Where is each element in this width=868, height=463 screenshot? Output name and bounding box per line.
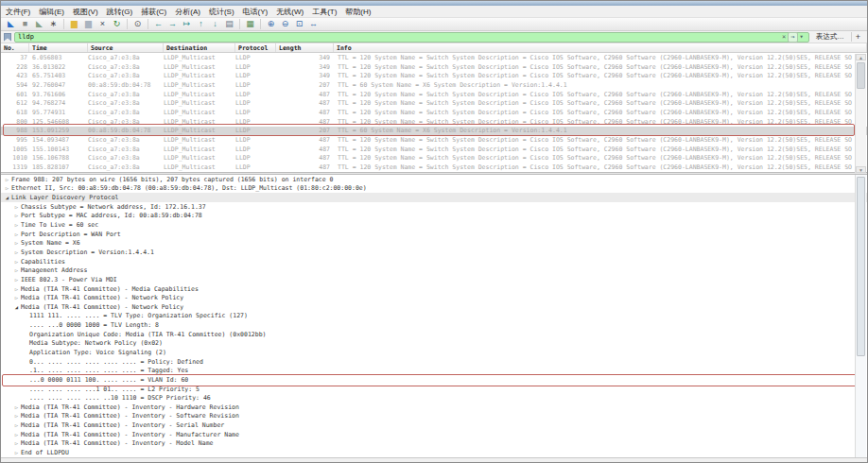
detail-tree-row[interactable]: ▷ Time To Live = 60 sec — [1, 220, 867, 230]
resize-columns-icon[interactable]: ↔ — [307, 18, 320, 30]
menu-item[interactable]: 工具(T) — [312, 7, 337, 17]
expression-button[interactable]: 表达式… — [812, 32, 848, 42]
tree-toggle-icon[interactable]: ▷ — [12, 450, 21, 455]
detail-tree-row[interactable]: ▷ Port Subtype = MAC address, Id: 00:a8:… — [1, 212, 867, 221]
zoom-out-icon[interactable]: ⊖ — [279, 18, 291, 30]
packet-row[interactable]: 228 36.013022 Cisco_a7:e3:8a LLDP_Multic… — [1, 62, 867, 72]
stop-capture-icon[interactable]: ■ — [19, 18, 31, 30]
menu-item[interactable]: 分析(A) — [175, 7, 200, 17]
detail-tree-row[interactable]: ▷ Media (TIA TR-41 Committee) - Inventor… — [1, 403, 867, 412]
zoom-reset-icon[interactable]: ⊡ — [293, 18, 305, 30]
detail-tree-row[interactable]: ▷ System Description = Version:1.4.4.1 — [1, 248, 867, 257]
close-file-icon[interactable]: × — [96, 18, 109, 30]
reload-file-icon[interactable]: ↻ — [111, 18, 123, 30]
menu-item[interactable]: 视图(V) — [73, 7, 98, 17]
restart-capture-icon[interactable]: ◣ — [33, 18, 45, 30]
add-filter-button[interactable]: + — [851, 32, 864, 42]
capture-options-icon[interactable]: ∗ — [47, 18, 60, 30]
detail-tree-row[interactable]: ▷ Management Address — [1, 266, 867, 275]
menu-item[interactable]: 跳转(G) — [107, 7, 133, 17]
tree-toggle-icon[interactable]: ▷ — [12, 249, 21, 255]
go-back-icon[interactable]: ← — [152, 18, 165, 30]
detail-tree-row[interactable]: .1.. .... .... .... .... .... = Tagged: … — [1, 366, 867, 375]
detail-tree-row[interactable]: .... ...0 0000 1000 = TLV Length: 8 — [1, 320, 867, 330]
detail-tree-row[interactable]: 1111 111. .... .... = TLV Type: Organiza… — [1, 312, 867, 321]
packet-list-scroll-thumb[interactable] — [857, 62, 865, 89]
start-capture-icon[interactable]: ◣ — [5, 18, 17, 30]
go-to-top-icon[interactable]: ↑ — [195, 18, 207, 30]
filter-apply-icon[interactable]: → — [788, 32, 797, 43]
packet-row[interactable]: 37 6.056803 Cisco_a7:e3:8a LLDP_Multicas… — [1, 53, 867, 62]
detail-tree-row[interactable]: ▷ Capabilities — [1, 257, 867, 266]
detail-tree-row[interactable]: ▷ Chassis Subtype = Network address, Id:… — [1, 202, 867, 212]
detail-tree-row[interactable]: ▷ IEEE 802.3 - Power Via MDI — [1, 275, 867, 284]
tree-toggle-icon[interactable]: ▷ — [12, 267, 21, 273]
packet-row[interactable]: 594 92.760047 00:a8:59:db:04:78 LLDP_Mul… — [1, 80, 867, 90]
colorize-packets-icon[interactable]: ▦ — [244, 18, 256, 30]
detail-tree-row[interactable]: ▷ System Name = X6 — [1, 238, 867, 248]
tree-toggle-icon[interactable]: ▷ — [12, 222, 21, 228]
menu-item[interactable]: 捕获(C) — [141, 7, 166, 17]
detail-tree-row[interactable]: .... .... .... ...1 01.. .... = L2 Prior… — [1, 385, 867, 394]
column-header-info[interactable]: Info — [334, 43, 867, 52]
tree-toggle-icon[interactable]: ▷ — [12, 240, 21, 246]
packet-row[interactable]: 800 125.546608 Cisco_a7:e3:8a LLDP_Multi… — [1, 117, 867, 127]
tree-toggle-icon[interactable]: ▷ — [12, 213, 21, 218]
detail-tree-row[interactable]: Application Type: Voice Signaling (2) — [1, 348, 867, 357]
packet-row[interactable]: 1319 185.828107 Cisco_a7:e3:8a LLDP_Mult… — [1, 163, 867, 172]
packet-row[interactable]: 1010 156.106788 Cisco_a7:e3:8a LLDP_Mult… — [1, 154, 867, 163]
tree-toggle-icon[interactable]: ▷ — [12, 432, 21, 437]
detail-tree-row[interactable]: ▷ Ethernet II, Src: 00:a8:59:db:04:78 (0… — [1, 184, 867, 194]
menu-item[interactable]: 无线(W) — [276, 7, 304, 17]
scroll-down-icon[interactable]: ▼ — [856, 166, 866, 173]
tree-toggle-icon[interactable]: ◢ — [3, 195, 11, 200]
auto-scroll-icon[interactable]: ▤ — [223, 18, 235, 30]
menu-item[interactable]: 编辑(E) — [39, 7, 64, 17]
detail-pane-scrollbar[interactable] — [855, 175, 866, 457]
scroll-up-icon[interactable]: ▲ — [856, 54, 866, 60]
packet-row[interactable]: 1005 155.100143 Cisco_a7:e3:8a LLDP_Mult… — [1, 145, 867, 154]
detail-tree-row[interactable]: ▷ Media (TIA TR-41 Committee) - Inventor… — [1, 420, 867, 430]
column-header-no[interactable]: No. — [1, 43, 29, 52]
menu-item[interactable]: 帮助(H) — [345, 7, 371, 17]
packet-row[interactable]: 995 154.093487 Cisco_a7:e3:8a LLDP_Multi… — [1, 135, 867, 145]
tree-toggle-icon[interactable]: ▷ — [12, 286, 21, 292]
packet-row[interactable]: 988 153.091259 00:a8:59:db:04:78 LLDP_Mu… — [1, 127, 867, 136]
detail-tree-row[interactable]: ▷ Media (TIA TR-41 Committee) - Network … — [1, 293, 867, 302]
detail-tree-row[interactable]: Media Subtype: Network Policy (0x02) — [1, 339, 867, 349]
packet-row[interactable]: 612 94.768274 Cisco_a7:e3:8a LLDP_Multic… — [1, 98, 867, 108]
tree-toggle-icon[interactable]: ▷ — [12, 413, 21, 419]
filter-clear-icon[interactable]: × — [780, 33, 788, 42]
detail-tree-row[interactable]: ◢ Media (TIA TR-41 Committee) - Network … — [1, 302, 867, 312]
detail-tree-row[interactable]: ▷ Frame 988: 207 bytes on wire (1656 bit… — [1, 175, 867, 184]
display-filter-input[interactable]: lldp × → ▾ — [14, 32, 809, 43]
detail-tree-row[interactable]: ▷ Media (TIA TR-41 Committee) - Media Ca… — [1, 284, 867, 294]
menu-item[interactable]: 统计(S) — [209, 7, 234, 17]
tree-toggle-icon[interactable]: ▷ — [12, 422, 21, 428]
filter-value[interactable]: lldp — [18, 33, 780, 41]
detail-tree-row[interactable]: ▷ End of LLDPDU — [1, 448, 867, 457]
detail-tree-row[interactable]: ...0 0000 0111 100. .... .... = VLAN Id:… — [1, 375, 867, 385]
detail-scroll-thumb[interactable] — [857, 177, 865, 356]
column-header-destination[interactable]: Destination — [164, 43, 235, 52]
open-file-icon[interactable]: ▆ — [68, 18, 80, 30]
detail-tree-row[interactable]: 0... .... .... .... .... .... = Policy: … — [1, 357, 867, 367]
tree-toggle-icon[interactable]: ◢ — [12, 304, 21, 310]
tree-toggle-icon[interactable]: ▷ — [12, 404, 21, 410]
detail-tree-row[interactable]: ▷ Port Description = WAN Port — [1, 230, 867, 239]
detail-tree-row[interactable]: ◢ Link Layer Discovery Protocol — [1, 193, 867, 202]
tree-toggle-icon[interactable]: ▷ — [12, 232, 21, 237]
tree-toggle-icon[interactable]: ▷ — [3, 185, 11, 191]
filter-bookmark-icon[interactable] — [4, 33, 11, 42]
packet-row[interactable]: 601 93.761606 Cisco_a7:e3:8a LLDP_Multic… — [1, 90, 867, 99]
detail-tree-row[interactable]: ▷ Media (TIA TR-41 Committee) - Inventor… — [1, 430, 867, 439]
column-header-protocol[interactable]: Protocol — [235, 43, 276, 52]
packet-row[interactable]: 423 65.751403 Cisco_a7:e3:8a LLDP_Multic… — [1, 71, 867, 80]
tree-toggle-icon[interactable]: ▷ — [12, 204, 21, 210]
tree-toggle-icon[interactable]: ▷ — [12, 277, 21, 283]
save-file-icon[interactable]: ▆ — [82, 18, 95, 30]
detail-tree-row[interactable]: ▷ Media (TIA TR-41 Committee) - Inventor… — [1, 439, 867, 449]
column-header-time[interactable]: Time — [29, 43, 88, 52]
detail-tree-row[interactable]: Organization Unique Code: Media (TIA TR-… — [1, 330, 867, 339]
go-forward-icon[interactable]: → — [166, 18, 179, 30]
